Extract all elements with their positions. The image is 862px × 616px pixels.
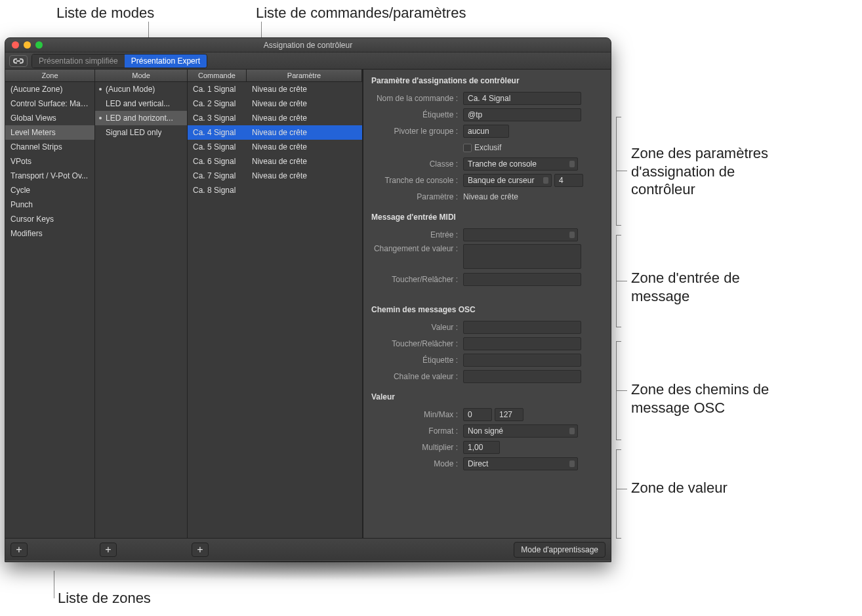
add-zone-button[interactable]: +	[10, 543, 28, 557]
callout-assign-params: Zone des paramètres d'assignation de con…	[631, 144, 802, 199]
mode-item-label: (Aucun Mode)	[106, 85, 155, 94]
value-parametre: Niveau de crête	[463, 192, 518, 201]
inspector-panel: Paramètre d'assignations de contrôleur N…	[363, 70, 611, 538]
command-row[interactable]: Ca. 4 SignalNiveau de crête	[188, 125, 362, 140]
label-flip-group: Pivoter le groupe :	[371, 127, 463, 136]
command-cell: Ca. 3 Signal	[188, 111, 247, 125]
zone-item[interactable]: VPots	[5, 154, 94, 169]
input-osc-chain[interactable]	[463, 370, 581, 383]
label-exclusive: Exclusif	[474, 143, 501, 152]
add-command-button[interactable]: +	[192, 543, 209, 557]
parameter-cell	[247, 183, 362, 197]
mode-item-label: Signal LED only	[106, 128, 161, 137]
input-multiplier[interactable]: 1,00	[463, 441, 500, 454]
select-classe[interactable]: Tranche de console	[463, 157, 578, 171]
label-format: Format :	[371, 426, 463, 436]
command-row[interactable]: Ca. 8 Signal	[188, 183, 362, 197]
tab-easy-view[interactable]: Présentation simplifiée	[32, 54, 125, 68]
command-row[interactable]: Ca. 2 SignalNiveau de crête	[188, 96, 362, 111]
select-mode[interactable]: Direct	[463, 457, 578, 470]
callout-osc-paths: Zone des chemins de message OSC	[631, 380, 802, 417]
mode-item[interactable]: Signal LED only	[95, 125, 187, 140]
parameter-cell: Niveau de crête	[247, 96, 362, 111]
command-cell: Ca. 1 Signal	[188, 82, 247, 96]
add-mode-button[interactable]: +	[100, 543, 117, 557]
learn-mode-button[interactable]: Mode d'apprentissage	[514, 542, 605, 558]
input-midi-touch[interactable]	[463, 273, 581, 286]
label-osc-touch: Toucher/Relâcher :	[371, 339, 463, 348]
select-midi-entree[interactable]	[463, 228, 578, 241]
zone-item[interactable]: Cycle	[5, 183, 94, 197]
command-cell: Ca. 4 Signal	[188, 125, 247, 140]
input-osc-etiquette[interactable]	[463, 354, 581, 367]
command-row[interactable]: Ca. 1 SignalNiveau de crête	[188, 82, 362, 96]
controller-assignment-window: Assignation de contrôleur Présentation s…	[5, 37, 611, 562]
zone-list[interactable]: (Aucune Zone)Control Surface: Mac...Glob…	[5, 82, 94, 538]
command-row[interactable]: Ca. 3 SignalNiveau de crête	[188, 111, 362, 125]
input-midi-change[interactable]	[463, 244, 581, 269]
mode-item-label: LED and horizont...	[106, 113, 173, 123]
zone-item[interactable]: Channel Strips	[5, 140, 94, 154]
tab-expert-view[interactable]: Présentation Expert	[125, 54, 207, 68]
command-row[interactable]: Ca. 6 SignalNiveau de crête	[188, 154, 362, 169]
command-cell: Ca. 5 Signal	[188, 140, 247, 154]
zone-item[interactable]: Control Surface: Mac...	[5, 96, 94, 111]
command-list[interactable]: Ca. 1 SignalNiveau de crêteCa. 2 SignalN…	[188, 82, 362, 538]
zone-panel: Zone (Aucune Zone)Control Surface: Mac..…	[5, 70, 95, 538]
label-etiquette: Étiquette :	[371, 110, 463, 119]
zone-item[interactable]: Level Meters	[5, 125, 94, 140]
footer: + + + Mode d'apprentissage	[5, 538, 611, 560]
label-midi-entree: Entrée :	[371, 230, 463, 239]
input-osc-valeur[interactable]	[463, 321, 581, 334]
command-row[interactable]: Ca. 5 SignalNiveau de crête	[188, 140, 362, 154]
callout-zones-list: Liste de zones	[58, 589, 151, 607]
zone-item[interactable]: Punch	[5, 197, 94, 212]
label-command-name: Nom de la commande :	[371, 94, 463, 103]
label-minmax: Min/Max :	[371, 410, 463, 419]
mode-item[interactable]: (Aucun Mode)	[95, 82, 187, 96]
callout-message-input: Zone d'entrée de message	[631, 269, 802, 305]
mode-item-label: LED and vertical...	[106, 99, 170, 108]
label-multiplier: Multiplier :	[371, 443, 463, 452]
zone-item[interactable]: (Aucune Zone)	[5, 82, 94, 96]
label-osc-chain: Chaîne de valeur :	[371, 372, 463, 381]
label-parametre: Paramètre :	[371, 192, 463, 201]
input-osc-touch[interactable]	[463, 337, 581, 350]
input-flip-group[interactable]: aucun	[463, 125, 509, 138]
zone-item[interactable]: Global Views	[5, 111, 94, 125]
label-mode: Mode :	[371, 459, 463, 468]
command-cell: Ca. 2 Signal	[188, 96, 247, 111]
callout-modes-list: Liste de modes	[56, 4, 154, 22]
label-tranche: Tranche de console :	[371, 176, 463, 185]
parameter-cell: Niveau de crête	[247, 140, 362, 154]
mode-item[interactable]: LED and horizont...	[95, 111, 187, 125]
input-max[interactable]: 127	[495, 408, 523, 421]
command-panel: Commande Paramètre Ca. 1 SignalNiveau de…	[188, 70, 363, 538]
toolbar: Présentation simplifiée Présentation Exp…	[5, 52, 611, 70]
input-tranche-number[interactable]: 4	[554, 174, 583, 187]
zone-item[interactable]: Transport / V-Pot Ov...	[5, 169, 94, 183]
mode-list[interactable]: (Aucun Mode)LED and vertical...LED and h…	[95, 82, 187, 538]
zone-item[interactable]: Modifiers	[5, 226, 94, 241]
label-midi-touch: Toucher/Relâcher :	[371, 275, 463, 284]
mode-header: Mode	[95, 70, 187, 82]
command-header: Commande	[188, 70, 247, 82]
label-osc-etiquette: Étiquette :	[371, 356, 463, 365]
content-area: Zone (Aucune Zone)Control Surface: Mac..…	[5, 70, 611, 538]
input-min[interactable]: 0	[463, 408, 492, 421]
select-tranche[interactable]: Banque de curseur	[463, 174, 552, 187]
input-etiquette[interactable]: @tp	[463, 108, 581, 121]
checkbox-exclusive[interactable]	[463, 144, 472, 152]
command-row[interactable]: Ca. 7 SignalNiveau de crête	[188, 169, 362, 183]
mode-item[interactable]: LED and vertical...	[95, 96, 187, 111]
section-osc-path: Chemin des messages OSC	[371, 298, 603, 318]
link-icon[interactable]	[9, 55, 28, 67]
mode-dot-icon	[99, 117, 102, 119]
command-cell: Ca. 8 Signal	[188, 183, 247, 197]
input-command-name[interactable]: Ca. 4 Signal	[463, 92, 581, 105]
select-format[interactable]: Non signé	[463, 424, 578, 438]
callout-commands-list: Liste de commandes/paramètres	[256, 4, 466, 22]
section-value: Valeur	[371, 386, 603, 405]
label-osc-valeur: Valeur :	[371, 323, 463, 332]
zone-item[interactable]: Cursor Keys	[5, 212, 94, 226]
